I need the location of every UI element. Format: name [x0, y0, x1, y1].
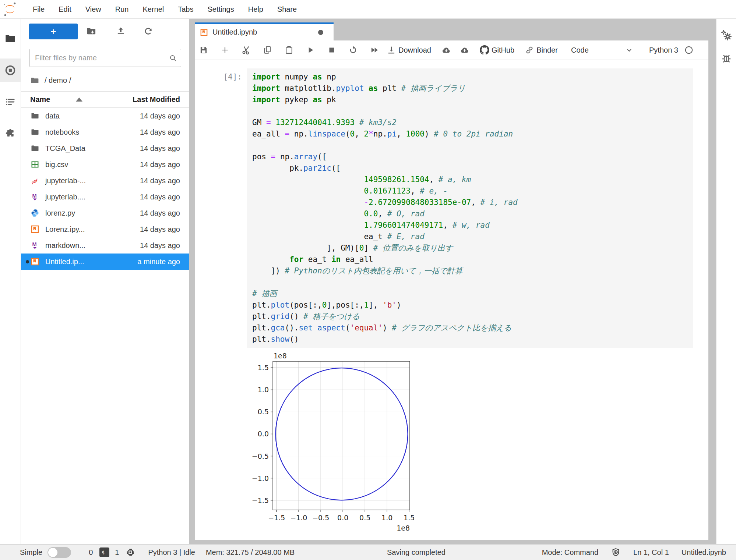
interrupt-kernel-button[interactable] [327, 45, 337, 55]
simple-mode-label: Simple [20, 548, 42, 557]
file-row-big-csv[interactable]: big.csv14 days ago [21, 156, 189, 173]
sidebar-tab-table-of-contents[interactable] [0, 90, 21, 114]
menu-settings[interactable]: Settings [200, 5, 241, 14]
insert-cell-button[interactable] [220, 45, 230, 55]
run-cell-button[interactable] [306, 45, 315, 55]
code-line: import matplotlib.pyplot as plt # 描画ライブラ… [252, 83, 693, 94]
svg-text:M: M [32, 193, 37, 199]
menu-share[interactable]: Share [270, 5, 304, 14]
file-row-notebooks[interactable]: notebooks14 days ago [21, 124, 189, 140]
sidebar-tab-running-kernels[interactable] [0, 59, 21, 82]
copy-cells-button[interactable] [263, 45, 272, 55]
command-mode-indicator[interactable]: Mode: Command [542, 548, 598, 557]
restart-run-all-button[interactable] [370, 45, 379, 55]
cell-type-dropdown[interactable]: Code [571, 46, 634, 54]
refresh-icon[interactable] [143, 26, 154, 36]
menu-file[interactable]: File [26, 5, 52, 14]
running-kernels-icon [4, 64, 16, 76]
extension-manager-icon [5, 128, 16, 139]
file-name: markdown... [45, 241, 140, 250]
search-icon [169, 54, 177, 63]
sidebar-tab-property-inspector[interactable] [720, 29, 733, 42]
notebook-icon [31, 257, 39, 266]
file-modified: 14 days ago [140, 112, 189, 120]
menu-view[interactable]: View [78, 5, 108, 14]
menu-edit[interactable]: Edit [52, 5, 78, 14]
svg-text:−0.5: −0.5 [312, 514, 329, 522]
kernel-switcher[interactable]: Python 3 [649, 45, 694, 55]
cloud-upload-button[interactable] [460, 45, 469, 55]
column-last-modified[interactable]: Last Modified [97, 95, 189, 104]
cloud-download-button[interactable] [441, 45, 451, 55]
upload-icon[interactable] [116, 26, 126, 36]
binder-button[interactable]: Binder [525, 45, 558, 55]
restart-kernel-button[interactable] [348, 45, 358, 55]
menu-help[interactable]: Help [241, 5, 270, 14]
saving-status: Saving completed [387, 545, 446, 560]
status-right: Mode: Command Ln 1, Col 1 Untitled.ipynb [542, 545, 726, 560]
new-folder-icon[interactable] [86, 26, 96, 36]
cut-cells-button[interactable] [242, 45, 251, 55]
file-browser-icon [4, 33, 16, 45]
svg-text:0.5: 0.5 [258, 408, 269, 416]
tab-untitled-ipynb[interactable]: Untitled.ipynb [195, 22, 334, 40]
folder-icon [31, 128, 39, 137]
code-line: 0.0, # O, rad [252, 208, 693, 220]
svg-text:1.5: 1.5 [258, 364, 269, 372]
svg-text:M: M [32, 241, 37, 247]
active-file-name: Untitled.ipynb [682, 548, 726, 557]
menu-run[interactable]: Run [108, 5, 136, 14]
sidebar-tab-debugger[interactable] [720, 52, 733, 64]
table-of-contents-icon [5, 96, 16, 107]
file-row-lorenz-py[interactable]: lorenz.py14 days ago [21, 205, 189, 221]
file-name: big.csv [45, 160, 140, 169]
sidebar-tab-extension-manager[interactable] [0, 122, 21, 145]
file-row-untitled-ip-[interactable]: Untitled.ip...a minute ago [21, 254, 189, 270]
menu-kernel[interactable]: Kernel [135, 5, 171, 14]
file-row-data[interactable]: data14 days ago [21, 108, 189, 124]
debugger-icon [721, 53, 732, 64]
code-line: plt.show() [252, 334, 693, 345]
simple-mode-toggle[interactable] [47, 547, 71, 558]
paste-cells-button[interactable] [284, 45, 294, 55]
unsaved-changes-dot[interactable] [318, 30, 323, 35]
terminal-icon[interactable]: $_ [99, 547, 109, 557]
breadcrumb[interactable]: / demo / [30, 74, 71, 86]
markdown-icon: M [31, 192, 39, 201]
new-launcher-button[interactable]: + [29, 24, 78, 39]
trust-shield-icon[interactable] [611, 547, 621, 557]
svg-text:PDF: PDF [31, 178, 39, 185]
kernels-count: 1 [115, 548, 119, 557]
kernel-chip-icon[interactable] [125, 547, 135, 557]
download-button[interactable]: Download [387, 45, 431, 55]
pdf-icon: PDF [31, 176, 39, 185]
home-folder-icon[interactable] [30, 76, 39, 85]
column-name[interactable]: Name [21, 95, 97, 104]
github-button[interactable]: GitHub [480, 45, 514, 55]
menu-tabs[interactable]: Tabs [171, 5, 200, 14]
filter-files-input[interactable] [29, 49, 181, 67]
kernel-status-text[interactable]: Python 3 | Idle [148, 548, 195, 557]
github-icon [480, 45, 489, 55]
code-editor[interactable]: import numpy as npimport matplotlib.pypl… [247, 68, 693, 348]
markdown-icon: M [31, 241, 39, 250]
file-row-lorenz-ipy-[interactable]: Lorenz.ipy...14 days ago [21, 221, 189, 237]
file-row-tcga-data[interactable]: TCGA_Data14 days ago [21, 140, 189, 156]
cursor-position[interactable]: Ln 1, Col 1 [633, 548, 669, 557]
breadcrumb-path: / demo / [45, 76, 71, 85]
sort-ascending-icon [76, 98, 82, 102]
file-row-jupyterlab-[interactable]: PDFjupyterlab-...14 days ago [21, 173, 189, 189]
code-line: 0.01671123, # e, - [252, 185, 693, 197]
file-name: Lorenz.ipy... [45, 225, 140, 234]
save-button[interactable] [199, 45, 208, 55]
file-list: data14 days agonotebooks14 days agoTCGA_… [21, 108, 189, 270]
svg-text:0.5: 0.5 [359, 514, 370, 522]
python-icon [31, 209, 39, 217]
svg-text:0.0: 0.0 [258, 430, 269, 438]
tab-title: Untitled.ipynb [212, 28, 257, 36]
svg-text:0.0: 0.0 [337, 514, 348, 522]
sidebar-tab-file-browser[interactable] [0, 27, 21, 50]
file-row-markdown-[interactable]: Mmarkdown...14 days ago [21, 237, 189, 254]
figure-output: −1.5−1.0−0.50.00.51.01.51.51.00.50.0−0.5… [244, 352, 708, 536]
file-row-jupyterlab-[interactable]: Mjupyterlab....14 days ago [21, 189, 189, 205]
